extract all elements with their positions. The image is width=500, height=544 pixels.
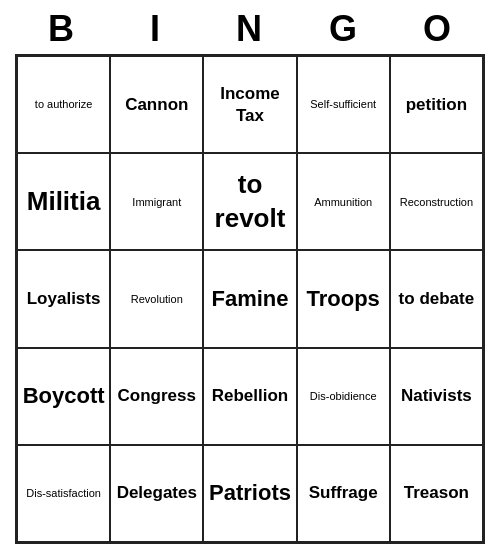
bingo-cell-0: to authorize <box>17 56 110 153</box>
bingo-cell-20: Dis-satisfaction <box>17 445 110 542</box>
bingo-cell-23: Suffrage <box>297 445 390 542</box>
bingo-cell-1: Cannon <box>110 56 203 153</box>
bingo-cell-17: Rebellion <box>203 348 296 445</box>
bingo-cell-22: Patriots <box>203 445 296 542</box>
bingo-cell-18: Dis-obidience <box>297 348 390 445</box>
bingo-cell-15: Boycott <box>17 348 110 445</box>
bingo-cell-8: Ammunition <box>297 153 390 250</box>
bingo-cell-2: Income Tax <box>203 56 296 153</box>
bingo-cell-7: to revolt <box>203 153 296 250</box>
bingo-cell-12: Famine <box>203 250 296 347</box>
bingo-cell-13: Troops <box>297 250 390 347</box>
bingo-cell-14: to debate <box>390 250 483 347</box>
bingo-cell-19: Nativists <box>390 348 483 445</box>
bingo-cell-21: Delegates <box>110 445 203 542</box>
title-b: B <box>19 8 105 50</box>
bingo-cell-3: Self-sufficient <box>297 56 390 153</box>
bingo-cell-6: Immigrant <box>110 153 203 250</box>
bingo-cell-4: petition <box>390 56 483 153</box>
bingo-cell-16: Congress <box>110 348 203 445</box>
bingo-cell-9: Reconstruction <box>390 153 483 250</box>
bingo-title: B I N G O <box>15 0 485 54</box>
bingo-grid: to authorizeCannonIncome TaxSelf-suffici… <box>15 54 485 544</box>
title-o: O <box>395 8 481 50</box>
bingo-cell-5: Militia <box>17 153 110 250</box>
title-i: I <box>113 8 199 50</box>
bingo-cell-24: Treason <box>390 445 483 542</box>
title-n: N <box>207 8 293 50</box>
title-g: G <box>301 8 387 50</box>
bingo-cell-10: Loyalists <box>17 250 110 347</box>
bingo-cell-11: Revolution <box>110 250 203 347</box>
